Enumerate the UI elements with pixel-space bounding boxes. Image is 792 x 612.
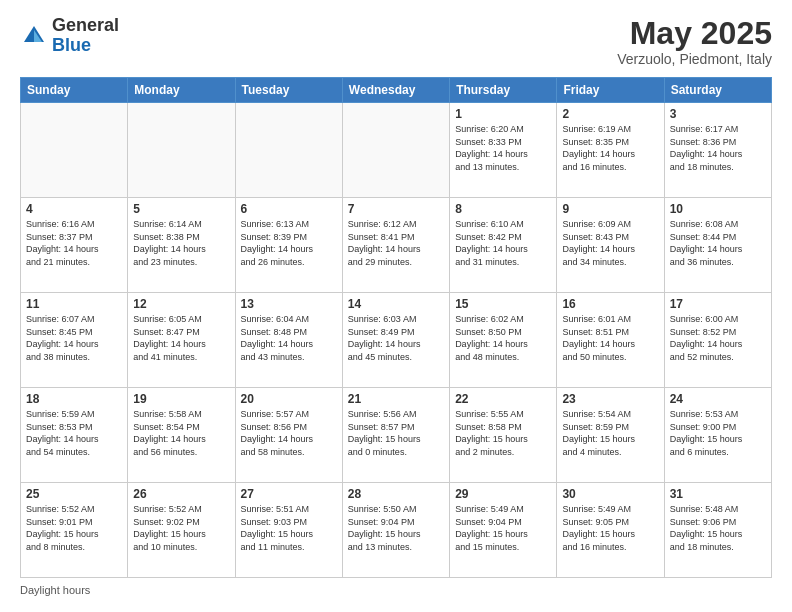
day-info: Sunrise: 6:04 AM Sunset: 8:48 PM Dayligh… xyxy=(241,313,337,363)
day-number: 25 xyxy=(26,487,122,501)
day-number: 1 xyxy=(455,107,551,121)
calendar-cell: 13Sunrise: 6:04 AM Sunset: 8:48 PM Dayli… xyxy=(235,293,342,388)
calendar-cell xyxy=(128,103,235,198)
day-number: 22 xyxy=(455,392,551,406)
day-info: Sunrise: 6:19 AM Sunset: 8:35 PM Dayligh… xyxy=(562,123,658,173)
day-info: Sunrise: 5:58 AM Sunset: 8:54 PM Dayligh… xyxy=(133,408,229,458)
day-number: 18 xyxy=(26,392,122,406)
location: Verzuolo, Piedmont, Italy xyxy=(617,51,772,67)
day-number: 8 xyxy=(455,202,551,216)
day-info: Sunrise: 6:14 AM Sunset: 8:38 PM Dayligh… xyxy=(133,218,229,268)
calendar-cell: 15Sunrise: 6:02 AM Sunset: 8:50 PM Dayli… xyxy=(450,293,557,388)
calendar-cell: 24Sunrise: 5:53 AM Sunset: 9:00 PM Dayli… xyxy=(664,388,771,483)
calendar-week-4: 18Sunrise: 5:59 AM Sunset: 8:53 PM Dayli… xyxy=(21,388,772,483)
page: General Blue May 2025 Verzuolo, Piedmont… xyxy=(0,0,792,612)
day-number: 7 xyxy=(348,202,444,216)
calendar-cell: 19Sunrise: 5:58 AM Sunset: 8:54 PM Dayli… xyxy=(128,388,235,483)
day-info: Sunrise: 6:16 AM Sunset: 8:37 PM Dayligh… xyxy=(26,218,122,268)
day-number: 13 xyxy=(241,297,337,311)
month-title: May 2025 xyxy=(617,16,772,51)
calendar-cell: 28Sunrise: 5:50 AM Sunset: 9:04 PM Dayli… xyxy=(342,483,449,578)
calendar-cell: 23Sunrise: 5:54 AM Sunset: 8:59 PM Dayli… xyxy=(557,388,664,483)
day-number: 4 xyxy=(26,202,122,216)
day-info: Sunrise: 6:20 AM Sunset: 8:33 PM Dayligh… xyxy=(455,123,551,173)
day-info: Sunrise: 5:52 AM Sunset: 9:02 PM Dayligh… xyxy=(133,503,229,553)
day-number: 16 xyxy=(562,297,658,311)
calendar-cell: 11Sunrise: 6:07 AM Sunset: 8:45 PM Dayli… xyxy=(21,293,128,388)
day-info: Sunrise: 6:13 AM Sunset: 8:39 PM Dayligh… xyxy=(241,218,337,268)
calendar-cell xyxy=(342,103,449,198)
day-info: Sunrise: 5:48 AM Sunset: 9:06 PM Dayligh… xyxy=(670,503,766,553)
col-header-saturday: Saturday xyxy=(664,78,771,103)
day-number: 27 xyxy=(241,487,337,501)
calendar-week-2: 4Sunrise: 6:16 AM Sunset: 8:37 PM Daylig… xyxy=(21,198,772,293)
day-info: Sunrise: 5:59 AM Sunset: 8:53 PM Dayligh… xyxy=(26,408,122,458)
calendar-cell: 22Sunrise: 5:55 AM Sunset: 8:58 PM Dayli… xyxy=(450,388,557,483)
day-number: 30 xyxy=(562,487,658,501)
calendar-cell: 17Sunrise: 6:00 AM Sunset: 8:52 PM Dayli… xyxy=(664,293,771,388)
calendar-cell: 8Sunrise: 6:10 AM Sunset: 8:42 PM Daylig… xyxy=(450,198,557,293)
calendar-cell: 3Sunrise: 6:17 AM Sunset: 8:36 PM Daylig… xyxy=(664,103,771,198)
day-number: 23 xyxy=(562,392,658,406)
calendar-cell: 1Sunrise: 6:20 AM Sunset: 8:33 PM Daylig… xyxy=(450,103,557,198)
day-number: 6 xyxy=(241,202,337,216)
day-number: 21 xyxy=(348,392,444,406)
day-info: Sunrise: 6:12 AM Sunset: 8:41 PM Dayligh… xyxy=(348,218,444,268)
day-info: Sunrise: 5:51 AM Sunset: 9:03 PM Dayligh… xyxy=(241,503,337,553)
col-header-thursday: Thursday xyxy=(450,78,557,103)
logo-icon xyxy=(20,22,48,50)
day-info: Sunrise: 6:01 AM Sunset: 8:51 PM Dayligh… xyxy=(562,313,658,363)
calendar-cell: 4Sunrise: 6:16 AM Sunset: 8:37 PM Daylig… xyxy=(21,198,128,293)
calendar-cell: 12Sunrise: 6:05 AM Sunset: 8:47 PM Dayli… xyxy=(128,293,235,388)
day-info: Sunrise: 5:49 AM Sunset: 9:05 PM Dayligh… xyxy=(562,503,658,553)
day-info: Sunrise: 5:49 AM Sunset: 9:04 PM Dayligh… xyxy=(455,503,551,553)
day-number: 28 xyxy=(348,487,444,501)
logo-general-text: General xyxy=(52,15,119,35)
title-block: May 2025 Verzuolo, Piedmont, Italy xyxy=(617,16,772,67)
calendar-cell: 18Sunrise: 5:59 AM Sunset: 8:53 PM Dayli… xyxy=(21,388,128,483)
calendar-cell xyxy=(235,103,342,198)
calendar-header-row: SundayMondayTuesdayWednesdayThursdayFrid… xyxy=(21,78,772,103)
day-number: 15 xyxy=(455,297,551,311)
day-number: 11 xyxy=(26,297,122,311)
day-info: Sunrise: 5:53 AM Sunset: 9:00 PM Dayligh… xyxy=(670,408,766,458)
day-number: 2 xyxy=(562,107,658,121)
day-number: 12 xyxy=(133,297,229,311)
day-number: 17 xyxy=(670,297,766,311)
day-info: Sunrise: 5:50 AM Sunset: 9:04 PM Dayligh… xyxy=(348,503,444,553)
calendar-cell xyxy=(21,103,128,198)
calendar-week-1: 1Sunrise: 6:20 AM Sunset: 8:33 PM Daylig… xyxy=(21,103,772,198)
calendar-cell: 7Sunrise: 6:12 AM Sunset: 8:41 PM Daylig… xyxy=(342,198,449,293)
day-info: Sunrise: 5:55 AM Sunset: 8:58 PM Dayligh… xyxy=(455,408,551,458)
day-number: 3 xyxy=(670,107,766,121)
day-number: 26 xyxy=(133,487,229,501)
day-info: Sunrise: 6:08 AM Sunset: 8:44 PM Dayligh… xyxy=(670,218,766,268)
day-number: 5 xyxy=(133,202,229,216)
calendar-cell: 6Sunrise: 6:13 AM Sunset: 8:39 PM Daylig… xyxy=(235,198,342,293)
logo-blue-text: Blue xyxy=(52,35,91,55)
day-number: 29 xyxy=(455,487,551,501)
logo: General Blue xyxy=(20,16,119,56)
calendar-cell: 20Sunrise: 5:57 AM Sunset: 8:56 PM Dayli… xyxy=(235,388,342,483)
logo-text: General Blue xyxy=(52,16,119,56)
calendar-cell: 5Sunrise: 6:14 AM Sunset: 8:38 PM Daylig… xyxy=(128,198,235,293)
calendar-table: SundayMondayTuesdayWednesdayThursdayFrid… xyxy=(20,77,772,578)
calendar-cell: 10Sunrise: 6:08 AM Sunset: 8:44 PM Dayli… xyxy=(664,198,771,293)
col-header-wednesday: Wednesday xyxy=(342,78,449,103)
day-info: Sunrise: 5:54 AM Sunset: 8:59 PM Dayligh… xyxy=(562,408,658,458)
day-info: Sunrise: 5:52 AM Sunset: 9:01 PM Dayligh… xyxy=(26,503,122,553)
col-header-sunday: Sunday xyxy=(21,78,128,103)
day-info: Sunrise: 5:57 AM Sunset: 8:56 PM Dayligh… xyxy=(241,408,337,458)
day-number: 9 xyxy=(562,202,658,216)
calendar-cell: 25Sunrise: 5:52 AM Sunset: 9:01 PM Dayli… xyxy=(21,483,128,578)
calendar-cell: 2Sunrise: 6:19 AM Sunset: 8:35 PM Daylig… xyxy=(557,103,664,198)
calendar-cell: 16Sunrise: 6:01 AM Sunset: 8:51 PM Dayli… xyxy=(557,293,664,388)
calendar-week-5: 25Sunrise: 5:52 AM Sunset: 9:01 PM Dayli… xyxy=(21,483,772,578)
day-number: 24 xyxy=(670,392,766,406)
day-info: Sunrise: 6:10 AM Sunset: 8:42 PM Dayligh… xyxy=(455,218,551,268)
calendar-cell: 26Sunrise: 5:52 AM Sunset: 9:02 PM Dayli… xyxy=(128,483,235,578)
calendar-cell: 30Sunrise: 5:49 AM Sunset: 9:05 PM Dayli… xyxy=(557,483,664,578)
day-info: Sunrise: 6:02 AM Sunset: 8:50 PM Dayligh… xyxy=(455,313,551,363)
day-number: 14 xyxy=(348,297,444,311)
day-number: 19 xyxy=(133,392,229,406)
